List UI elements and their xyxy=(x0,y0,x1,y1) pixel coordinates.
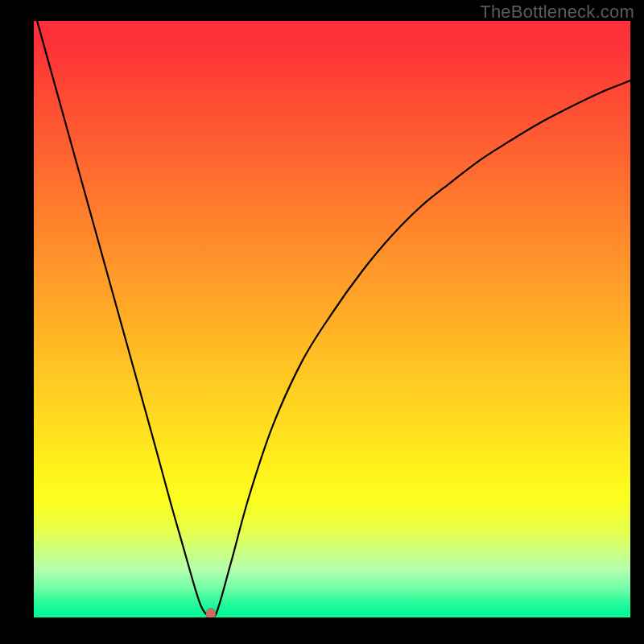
minimum-marker xyxy=(206,609,216,617)
curve-svg xyxy=(34,21,630,617)
plot-area xyxy=(34,21,630,617)
chart-container: TheBottleneck.com xyxy=(0,0,644,644)
watermark-text: TheBottleneck.com xyxy=(480,2,634,23)
bottleneck-curve xyxy=(34,21,630,617)
